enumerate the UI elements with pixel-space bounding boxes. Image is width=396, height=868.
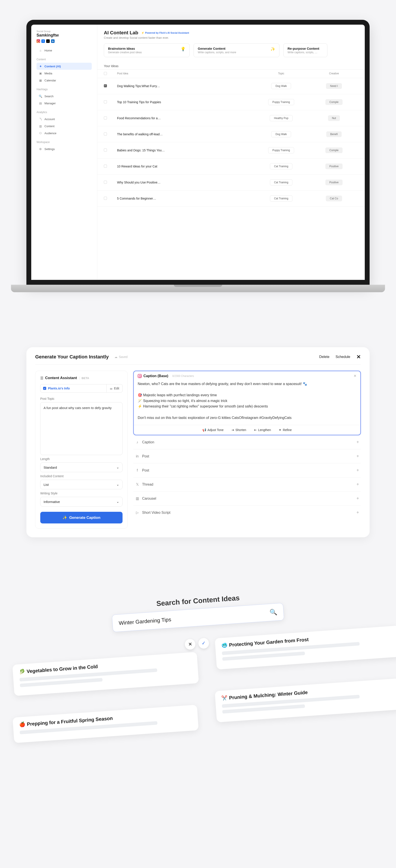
creative-pill[interactable]: Comple [325,99,342,105]
output-thread[interactable]: 𝕏Thread+ [133,477,361,492]
topic-pill[interactable]: Dog Walk [271,131,291,137]
output-tiktok-caption[interactable]: ♪Caption+ [133,435,361,449]
nav-settings[interactable]: ⚙Settings [36,146,92,153]
included-content-select[interactable]: List⌄ [40,479,123,489]
creative-pill[interactable]: Benefi [326,131,342,137]
output-short-video[interactable]: ▷Short Video Script+ [133,506,361,520]
nav-content-ai[interactable]: ✦Content (AI) [36,63,92,70]
post-topic-input[interactable]: A fun post about why cats seem to defy g… [40,402,123,455]
idea-card-pruning[interactable]: ✂️Pruning & Mulching: Winter Guide [215,678,396,722]
adjust-tone-button[interactable]: 📢Adjust Tone [203,428,223,432]
twitter-icon: 𝕏 [135,482,140,487]
plus-icon: + [357,482,359,487]
nav-heading-analytics: Analytics [36,111,92,114]
topic-pill[interactable]: Puppy Training [268,99,294,105]
close-icon[interactable]: ✕ [357,354,361,360]
repurpose-card[interactable]: Re-purpose ContentWrite captions, script… [283,43,327,57]
topic-pill[interactable]: Cat Training [270,163,293,169]
caption-textarea[interactable]: Newton, who? Cats are the true masters o… [134,381,360,425]
table-row[interactable]: Babies and Dogs: 15 Things You…Puppy Tra… [97,142,365,158]
nav-heading-content: Content [36,58,92,61]
row-checkbox[interactable] [104,181,107,184]
output-linkedin-post[interactable]: inPost+ [133,449,361,463]
search-icon: 🔍 [39,94,42,98]
table-row[interactable]: Food Recommendations for a…Healthy PupNu… [97,110,365,126]
output-facebook-post[interactable]: fPost+ [133,463,361,477]
accept-button[interactable]: ✓ [198,638,209,649]
nav-calendar[interactable]: ▦Calendar [36,77,92,84]
edit-button[interactable]: ⚌Edit [106,384,122,392]
topic-pill[interactable]: Puppy Training [268,147,294,153]
topic-pill[interactable]: Cat Training [270,179,293,185]
plus-icon: + [357,440,359,445]
writing-style-label: Writing Style [40,492,123,495]
select-all-checkbox[interactable] [104,72,107,75]
table-row[interactable]: Top 10 Training Tips for PuppiesPuppy Tr… [97,94,365,110]
nav-home[interactable]: ⌂Home [36,47,92,54]
writing-style-select[interactable]: Informative⌄ [40,497,123,506]
topic-pill[interactable]: Healthy Pup [270,115,293,121]
refine-button[interactable]: ✦Refine [279,428,292,432]
content-assistant-panel: ☰ Content Assistant BETA ✓Plants.io's In… [35,371,128,528]
generate-card[interactable]: Generate ContentWrite captions, scripts,… [193,43,279,57]
topic-pill[interactable]: Cat Training [270,195,293,202]
creative-pill[interactable]: Positive [325,180,342,185]
creative-pill[interactable]: Need I [326,83,342,89]
nav-manager[interactable]: ▤Manager [36,100,92,107]
row-checkbox[interactable] [104,164,107,168]
reject-button[interactable]: ✕ [184,639,195,650]
shorten-button[interactable]: ⇥Shorten [232,428,246,432]
people-icon: ⚇ [39,131,42,135]
output-carousel[interactable]: ▥Carousel+ [133,492,361,506]
cold-icon: 🥶 [221,643,228,649]
chart-icon: 〽 [39,117,42,121]
col-creative: Creative [310,72,358,76]
image-icon: ▣ [39,71,42,75]
table-row[interactable]: Why Should you Use Positive…Cat Training… [97,175,365,190]
your-ideas-heading: Your Ideas [97,61,365,69]
instagram-icon: ◯ [36,39,40,43]
card-title: Generate Your Caption Instantly [35,354,109,360]
table-row[interactable]: 5 Commands for Beginner…Cat TrainingCat … [97,190,365,207]
row-checkbox[interactable] [104,84,107,87]
row-title: Why Should you Use Positive… [117,181,252,184]
lengthen-button[interactable]: ⇤Lengthen [254,428,271,432]
nav-search[interactable]: 🔍Search [36,93,92,100]
row-checkbox[interactable] [104,132,107,135]
length-select[interactable]: Standard⌄ [40,463,123,472]
idea-card-spring[interactable]: 🍎Prepping for a Fruitful Spring Season [12,705,199,743]
creative-pill[interactable]: Comple [325,147,342,153]
page-subtitle: Create and develop Social content faster… [104,36,358,39]
brand-info-chip[interactable]: ✓Plants.io's Info [40,384,106,392]
nav-media[interactable]: ▣Media [36,70,92,77]
delete-button[interactable]: Delete [319,355,329,359]
idea-card-frost[interactable]: 🥶Protecting Your Garden from Frost [215,625,396,670]
nav-analytics-content[interactable]: ▥Content [36,123,92,130]
creative-pill[interactable]: Cat Co [326,195,342,201]
stack-icon: ▤ [39,101,42,105]
topic-pill[interactable]: Dog Walk [271,83,291,89]
table-row[interactable]: Dog Walking Tips:What Furry…Dog WalkNeed… [97,78,365,94]
leaf-icon: 🥬 [19,669,25,675]
caption-generator-card: Generate Your Caption Instantly ☁Saved D… [26,347,370,537]
sparkle-icon: ✦ [39,64,42,68]
row-checkbox[interactable] [104,197,107,200]
row-checkbox[interactable] [104,116,107,120]
table-row[interactable]: 10 Reward Ideas for your CatCat Training… [97,158,365,175]
idea-card-vegetables[interactable]: 🥬Vegetables to Grow in the Cold [12,652,199,696]
home-icon: ⌂ [39,49,42,52]
row-checkbox[interactable] [104,100,107,103]
close-icon[interactable]: ✕ [354,374,357,378]
row-checkbox[interactable] [104,149,107,152]
nav-audience[interactable]: ⚇Audience [36,130,92,136]
schedule-button[interactable]: Schedule [335,355,350,359]
creative-pill[interactable]: Positive [325,163,342,169]
assistant-title: Content Assistant [45,376,77,380]
app-window: Social Group Samkingftw ◯ f ♪ in ⌂Home C… [31,25,365,280]
nav-account[interactable]: 〽Account [36,116,92,123]
brainstorm-card[interactable]: Brainstorm IdeasGenerate creative post i… [104,43,190,57]
creative-pill[interactable]: Nut [328,115,340,121]
table-row[interactable]: The benefits of walking off-lead…Dog Wal… [97,126,365,142]
generate-caption-button[interactable]: ✨Generate Caption [40,512,123,523]
plus-icon: + [357,496,359,501]
